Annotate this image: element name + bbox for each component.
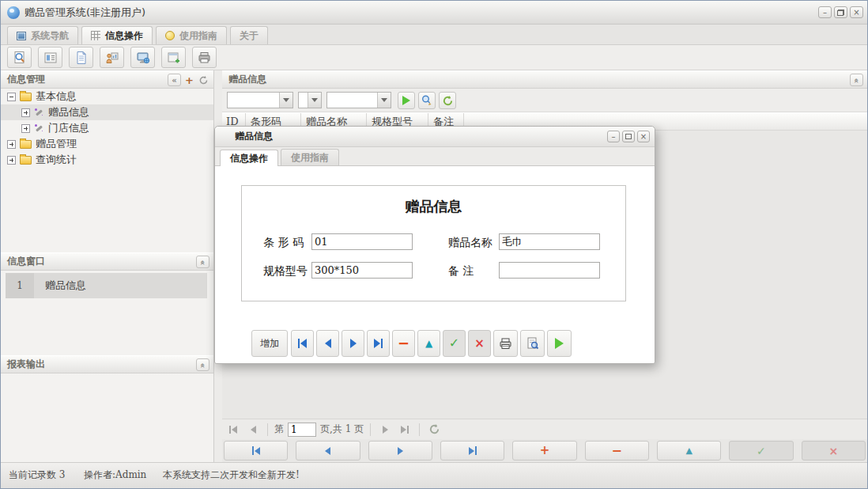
refresh-tree-button[interactable] xyxy=(198,74,209,86)
add-button[interactable]: 增加 xyxy=(251,330,288,357)
info-window-panel-header[interactable]: 信息窗口 « xyxy=(1,252,213,271)
info-window-row[interactable]: 1 赠品信息 xyxy=(6,273,207,298)
run-button[interactable] xyxy=(547,330,572,357)
monitor-globe-button[interactable] xyxy=(130,47,155,68)
cancel-button[interactable]: × xyxy=(468,330,491,357)
expand-node-icon[interactable] xyxy=(7,140,16,149)
confirm-button[interactable]: ✓ xyxy=(443,330,466,357)
dialog-tab-strip: 信息操作 使用指南 xyxy=(215,147,655,166)
run-query-button[interactable] xyxy=(398,92,415,109)
close-icon: × xyxy=(640,132,647,141)
tree-item-gift-mgmt[interactable]: 赠品管理 xyxy=(1,136,213,152)
minimize-button[interactable]: – xyxy=(818,6,832,18)
search-document-icon xyxy=(13,51,27,65)
user-report-button[interactable] xyxy=(100,47,124,68)
expand-node-icon[interactable] xyxy=(21,108,30,117)
refresh-grid-button[interactable] xyxy=(439,92,456,109)
first-page-button[interactable] xyxy=(225,422,241,438)
prev-record-button[interactable] xyxy=(296,441,360,461)
next-record-button[interactable] xyxy=(368,441,432,461)
barcode-field[interactable] xyxy=(311,233,413,250)
tab-about[interactable]: 关于 xyxy=(230,26,268,44)
filter-field-combo[interactable] xyxy=(227,92,293,108)
panel-title: 信息管理 xyxy=(7,73,45,86)
tree-item-basic-info[interactable]: 基本信息 xyxy=(1,89,213,104)
collapse-node-icon[interactable] xyxy=(7,93,16,101)
tree-item-store-info[interactable]: 门店信息 xyxy=(1,120,213,136)
edit-record-button[interactable]: ▲ xyxy=(417,330,440,357)
delete-record-button[interactable]: − xyxy=(585,441,649,461)
chevron-down-icon xyxy=(283,98,289,102)
triangle-up-icon: ▲ xyxy=(425,339,432,348)
tree-label: 赠品管理 xyxy=(36,137,77,151)
expand-node-icon[interactable] xyxy=(7,156,16,165)
last-page-button[interactable] xyxy=(397,422,413,438)
dialog-maximize-button[interactable] xyxy=(622,131,635,142)
document-button[interactable] xyxy=(69,47,93,68)
collapse-panel-button[interactable]: « xyxy=(168,74,181,86)
confirm-record-button[interactable]: ✓ xyxy=(729,441,793,461)
expand-node-icon[interactable] xyxy=(21,124,30,133)
tab-user-guide[interactable]: 使用指南 xyxy=(156,26,227,44)
dialog-tab-info-ops[interactable]: 信息操作 xyxy=(220,150,278,166)
refresh-page-button[interactable] xyxy=(426,422,442,438)
preview-button[interactable] xyxy=(520,330,545,357)
info-list-button[interactable] xyxy=(38,47,62,68)
first-record-button[interactable] xyxy=(224,441,288,461)
search-document-button[interactable] xyxy=(7,47,32,68)
tab-label: 系统导航 xyxy=(31,29,69,43)
chevron-double-up-icon: « xyxy=(852,78,861,82)
edit-record-button[interactable]: ▲ xyxy=(657,441,721,461)
user-report-icon xyxy=(105,51,119,65)
prev-record-button[interactable] xyxy=(316,330,339,357)
tab-info-ops[interactable]: 信息操作 xyxy=(81,26,153,44)
print-button[interactable] xyxy=(493,330,518,357)
prev-page-button[interactable] xyxy=(245,422,261,438)
spec-field[interactable] xyxy=(311,262,413,279)
minimize-icon: – xyxy=(823,8,827,17)
clock-icon xyxy=(165,31,175,40)
page-number-input[interactable] xyxy=(288,423,316,437)
combo-arrow-button[interactable] xyxy=(377,93,391,108)
last-record-button[interactable] xyxy=(440,441,504,461)
filter-value-combo[interactable] xyxy=(326,92,391,108)
next-page-button[interactable] xyxy=(377,422,393,438)
first-record-button[interactable] xyxy=(291,330,314,357)
first-page-icon xyxy=(229,426,231,434)
add-record-button[interactable]: + xyxy=(512,441,576,461)
search-edit-button[interactable] xyxy=(418,92,436,109)
close-button[interactable]: × xyxy=(850,6,863,18)
cross-icon: × xyxy=(474,338,485,350)
page-suffix-label: 页,共 1 页 xyxy=(320,423,364,436)
dialog-tab-user-guide[interactable]: 使用指南 xyxy=(281,149,339,165)
combo-arrow-button[interactable] xyxy=(279,93,292,108)
info-mgmt-panel-header[interactable]: 信息管理 « + xyxy=(1,70,213,89)
next-record-button[interactable] xyxy=(342,330,364,357)
report-output-panel-header[interactable]: 报表输出 « xyxy=(1,355,213,373)
restore-button[interactable] xyxy=(834,6,847,18)
dialog-title-bar[interactable]: 赠品信息 – × xyxy=(215,127,655,147)
dialog-minimize-button[interactable]: – xyxy=(607,131,620,142)
dialog-close-button[interactable]: × xyxy=(637,131,650,142)
filter-operator-combo[interactable] xyxy=(298,92,322,108)
combo-arrow-button[interactable] xyxy=(308,93,321,108)
monitor-icon xyxy=(17,32,26,40)
remark-field[interactable] xyxy=(499,262,600,279)
tree-item-gift-info[interactable]: 赠品信息 xyxy=(1,104,213,120)
cancel-record-button[interactable]: × xyxy=(802,441,866,461)
collapse-panel-button[interactable]: « xyxy=(196,256,209,268)
add-node-button[interactable]: + xyxy=(183,74,195,86)
row-index: 1 xyxy=(6,273,34,298)
printer-button[interactable] xyxy=(192,47,217,68)
window-add-button[interactable] xyxy=(161,47,186,68)
tab-system-nav[interactable]: 系统导航 xyxy=(7,26,78,44)
gift-name-field[interactable] xyxy=(499,233,600,250)
window-controls: – × xyxy=(818,6,863,18)
delete-record-button[interactable]: − xyxy=(392,330,415,357)
collapse-panel-button[interactable]: « xyxy=(850,74,863,86)
main-toolbar xyxy=(1,45,867,70)
chevron-down-icon xyxy=(381,98,387,102)
collapse-panel-button[interactable]: « xyxy=(196,358,209,371)
tree-item-query-stats[interactable]: 查询统计 xyxy=(1,152,213,168)
last-record-button[interactable] xyxy=(367,330,390,357)
